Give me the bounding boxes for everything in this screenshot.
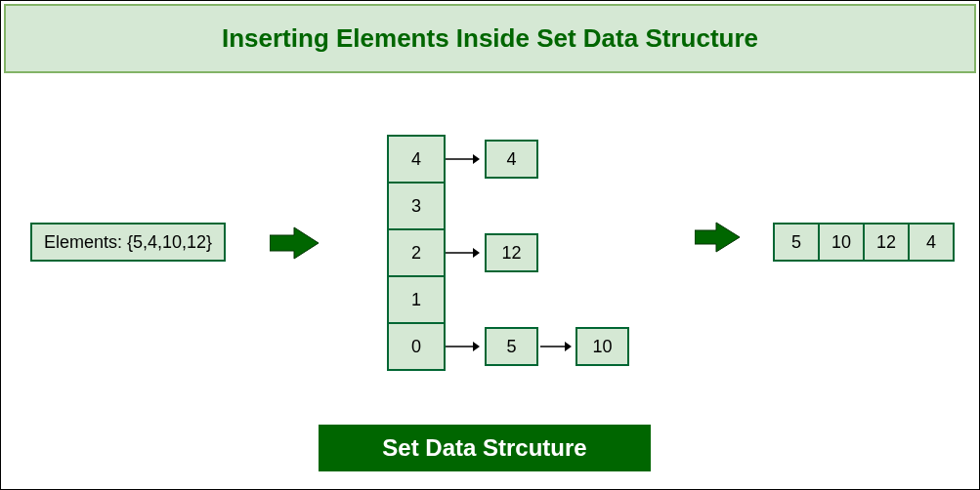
arrow-icon xyxy=(446,152,480,170)
arrow-icon xyxy=(270,225,323,261)
chain-node: 12 xyxy=(485,233,538,272)
bucket-cell: 1 xyxy=(387,275,446,324)
svg-marker-4 xyxy=(473,248,480,258)
result-cell: 5 xyxy=(773,223,820,262)
elements-box: Elements: {5,4,10,12} xyxy=(30,223,226,262)
arrow-icon xyxy=(540,340,572,357)
arrow-icon xyxy=(695,221,744,254)
svg-marker-8 xyxy=(565,342,572,351)
svg-marker-9 xyxy=(695,223,740,252)
chain-node: 10 xyxy=(575,327,629,366)
content-area: Elements: {5,4,10,12} 4 3 2 1 0 4 12 xyxy=(1,76,979,486)
arrow-icon xyxy=(446,246,480,264)
bucket-cell: 2 xyxy=(387,228,446,277)
elements-label: Elements: {5,4,10,12} xyxy=(44,232,212,253)
svg-marker-6 xyxy=(473,342,480,351)
chain-node: 4 xyxy=(485,140,538,179)
arrow-icon xyxy=(446,340,480,357)
bucket-cell: 4 xyxy=(387,135,446,184)
svg-marker-0 xyxy=(270,227,319,259)
chain-node: 5 xyxy=(485,327,538,366)
result-cell: 10 xyxy=(818,223,865,262)
result-row: 5 10 12 4 xyxy=(773,223,955,262)
footer-label: Set Data Strcuture xyxy=(319,425,651,471)
svg-marker-2 xyxy=(473,154,480,164)
bucket-cell: 0 xyxy=(387,322,446,371)
result-cell: 12 xyxy=(863,223,910,262)
page-title: Inserting Elements Inside Set Data Struc… xyxy=(6,23,974,54)
bucket-cell: 3 xyxy=(387,182,446,230)
hash-table: 4 3 2 1 0 xyxy=(387,135,446,371)
result-cell: 4 xyxy=(908,223,955,262)
diagram-container: Inserting Elements Inside Set Data Struc… xyxy=(0,0,980,490)
header-bar: Inserting Elements Inside Set Data Struc… xyxy=(4,4,976,73)
